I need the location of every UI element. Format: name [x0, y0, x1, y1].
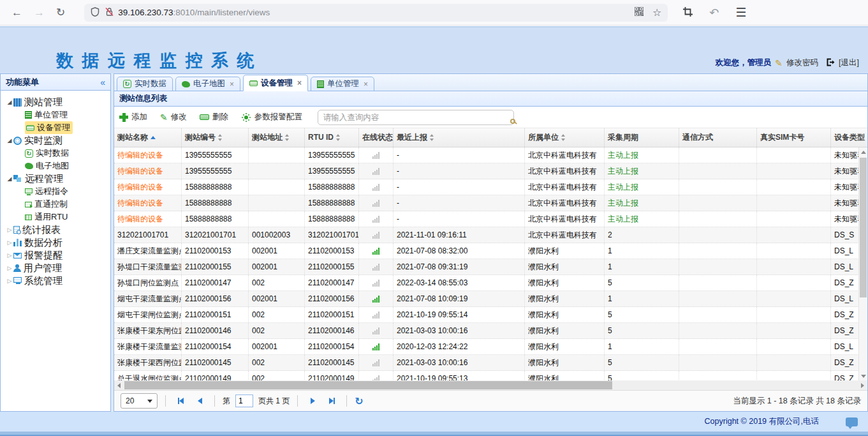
edit-button[interactable]: ✎ 修改	[160, 112, 187, 123]
sidebar-item-用户管理[interactable]: ▷用户管理	[1, 262, 110, 274]
back-icon[interactable]: ←	[11, 6, 22, 19]
cell-unit: 北京中科蓝电科技有	[525, 147, 605, 163]
sidebar-item-统计报表[interactable]: ▷统计报表	[1, 223, 110, 236]
tab-实时数据[interactable]: 实时数据	[117, 77, 173, 91]
bookmark-star-icon[interactable]: ☆	[652, 6, 661, 19]
column-header-设备类型[interactable]: 设备类型	[831, 128, 867, 147]
expand-arrow-icon[interactable]: ▷	[6, 227, 13, 233]
undo-icon[interactable]: ↶	[709, 6, 719, 20]
expand-arrow-icon[interactable]: ▷	[6, 239, 13, 246]
first-page-button[interactable]	[173, 394, 188, 408]
vertical-scroll-thumb[interactable]	[860, 158, 867, 297]
cell-addr: 002	[249, 355, 305, 370]
table-row[interactable]: 待编辑的设备1395555555513955555555-北京中科蓝电科技有主动…	[114, 163, 867, 179]
next-page-button[interactable]	[305, 394, 320, 408]
cell-last_report: 2021-11-01 09:16:11	[394, 227, 525, 243]
horizontal-scrollbar[interactable]	[114, 380, 867, 390]
table-row[interactable]: 孙堤口闸位监测点21102000147002211020001472022-03…	[114, 275, 867, 291]
column-header-真实SIM卡号[interactable]: 真实SIM卡号	[757, 128, 831, 147]
table-row[interactable]: 总干退水闸位监测点21102000149002211020001492021-1…	[114, 371, 867, 380]
sidebar-collapse-icon[interactable]: «	[100, 77, 105, 87]
sidebar-item-实时数据[interactable]: 实时数据	[1, 147, 110, 160]
copyright-text: Copyright © 2019 有限公司,电话	[705, 416, 819, 427]
sidebar-item-通用RTU[interactable]: 通用RTU	[1, 211, 110, 223]
close-icon[interactable]: ×	[297, 79, 302, 87]
sidebar-item-数据分析[interactable]: ▷数据分析	[1, 236, 110, 249]
column-header-测站名称[interactable]: 测站名称	[114, 128, 182, 147]
column-header-通信方式[interactable]: 通信方式	[679, 128, 757, 147]
table-row[interactable]: 3120210017013120210017010010020033120210…	[114, 227, 867, 243]
column-header-采集周期[interactable]: 采集周期	[605, 128, 679, 147]
sidebar-item-实时监测[interactable]: ◢实时监测	[1, 134, 110, 147]
column-header-所属单位[interactable]: 所属单位	[525, 128, 605, 147]
expand-arrow-icon[interactable]: ▷	[6, 265, 13, 271]
insecure-lock-icon[interactable]	[105, 7, 114, 19]
table-row[interactable]: 待编辑的设备1395555555513955555555-北京中科蓝电科技有主动…	[114, 147, 867, 163]
collapse-arrow-icon[interactable]: ◢	[6, 99, 13, 105]
sidebar-item-直通控制[interactable]: 直通控制	[1, 198, 110, 211]
chat-bubble-icon[interactable]	[846, 417, 858, 426]
vertical-scrollbar[interactable]	[858, 147, 867, 380]
sidebar-item-远程管理[interactable]: ◢远程管理	[1, 172, 110, 185]
close-icon[interactable]: ×	[230, 80, 234, 89]
table-row[interactable]: 待编辑的设备1588888888815888888888-北京中科蓝电科技有主动…	[114, 179, 867, 195]
change-password-link[interactable]: 修改密码	[786, 57, 818, 68]
sidebar-item-系统管理[interactable]: ▷系统管理	[1, 274, 110, 287]
column-header-在线状态[interactable]: 在线状态	[359, 128, 394, 147]
table-row[interactable]: 待编辑的设备1588888888815888888888-北京中科蓝电科技有主动…	[114, 211, 867, 227]
logout-link[interactable]: [退出]	[839, 57, 859, 68]
scroll-right-icon[interactable]	[858, 380, 867, 390]
add-button[interactable]: 添加	[119, 112, 147, 123]
refresh-icon[interactable]: ↻	[355, 395, 363, 407]
expand-arrow-icon[interactable]: ▷	[6, 278, 13, 284]
sidebar-item-设备管理[interactable]: 设备管理	[1, 121, 110, 134]
collapse-arrow-icon[interactable]: ◢	[6, 137, 13, 144]
alarm-config-button[interactable]: 参数报警配置	[241, 112, 302, 123]
sidebar-item-报警提醒[interactable]: ▷报警提醒	[1, 249, 110, 262]
tab-设备管理[interactable]: 设备管理×	[243, 75, 308, 91]
cell-comm	[679, 211, 757, 227]
screenshot-crop-icon[interactable]	[683, 7, 693, 19]
tab-电子地图[interactable]: 电子地图×	[175, 77, 240, 91]
table-row[interactable]: 待编辑的设备1588888888815888888888-北京中科蓝电科技有主动…	[114, 195, 867, 211]
qr-code-icon[interactable]	[635, 7, 644, 18]
column-header-RTU ID[interactable]: RTU ID	[305, 128, 359, 147]
column-header-测站地址[interactable]: 测站地址	[249, 128, 305, 147]
tab-单位管理[interactable]: 单位管理×	[311, 77, 374, 91]
close-icon[interactable]: ×	[364, 80, 368, 89]
table-row[interactable]: 张康楼干渠西闸位监21102000145002211020001452021-0…	[114, 355, 867, 371]
expand-arrow-icon[interactable]: ▷	[6, 252, 13, 259]
table-row[interactable]: 张康楼干渠流量监测2110200015400200121102000154202…	[114, 339, 867, 355]
table-row[interactable]: 张康楼干渠东闸位监21102000146002211020001462021-0…	[114, 323, 867, 339]
search-icon[interactable]	[510, 119, 515, 124]
column-header-最近上报[interactable]: 最近上报	[394, 128, 525, 147]
scroll-up-icon[interactable]	[859, 147, 867, 156]
cell-period: 主动上报	[605, 195, 679, 211]
sidebar-item-远程指令[interactable]: 远程指令	[1, 185, 110, 198]
delete-button[interactable]: 删除	[200, 112, 228, 123]
cell-rtu_id: 21102000153	[305, 243, 359, 259]
forward-icon[interactable]: →	[34, 6, 45, 19]
scroll-left-icon[interactable]	[114, 380, 124, 390]
tab-bar: 实时数据电子地图×设备管理×单位管理×	[114, 74, 867, 91]
reload-icon[interactable]: ↻	[56, 6, 65, 19]
collapse-arrow-icon[interactable]: ◢	[6, 176, 13, 182]
sidebar-item-单位管理[interactable]: 单位管理	[1, 109, 110, 121]
prev-page-button[interactable]	[193, 394, 207, 408]
table-row[interactable]: 潘庄支渠流量监测点2110200015300200121102000153202…	[114, 243, 867, 259]
device-icon	[26, 125, 34, 131]
column-header-测站编号[interactable]: 测站编号	[182, 128, 249, 147]
sidebar-item-电子地图[interactable]: 电子地图	[1, 160, 110, 172]
table-row[interactable]: 烟屯干渠闸位监测点21102000151002211020001512021-1…	[114, 307, 867, 323]
page-number-input[interactable]	[235, 395, 253, 407]
sidebar-item-测站管理[interactable]: ◢测站管理	[1, 96, 110, 109]
search-input[interactable]	[318, 110, 514, 125]
scroll-down-icon[interactable]	[859, 372, 867, 380]
last-page-button[interactable]	[325, 394, 339, 408]
page-size-select[interactable]: 20	[121, 393, 158, 409]
menu-icon[interactable]: ☰	[735, 5, 746, 20]
horizontal-scroll-thumb[interactable]	[124, 381, 612, 389]
url-bar[interactable]: 39.106.230.73:8010/main/listener/views ☆	[84, 4, 668, 22]
table-row[interactable]: 孙堤口干渠流量监测2110200015500200121102000155202…	[114, 259, 867, 275]
table-row[interactable]: 烟屯干渠流量监测点2110200015600200121102000156202…	[114, 291, 867, 307]
